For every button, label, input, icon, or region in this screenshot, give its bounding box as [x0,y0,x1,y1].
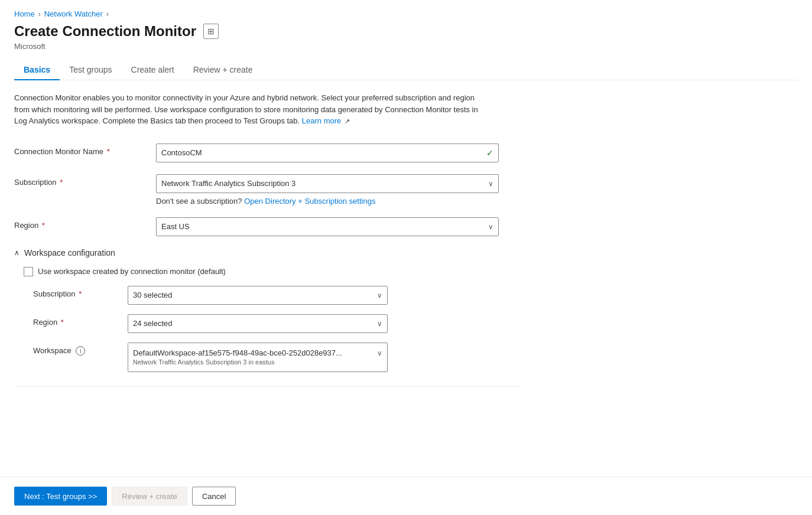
workspace-checkbox-row: Use workspace created by connection moni… [14,267,522,276]
region-row: Region * East US ∨ [14,217,522,236]
description-text: Connection Monitor enables you to monito… [14,92,487,127]
tabs-container: Basics Test groups Create alert Review +… [14,60,798,80]
ws-workspace-arrow: ∨ [377,349,382,357]
review-create-button: Review + create [112,487,187,506]
open-directory-link[interactable]: Open Directory + Subscription settings [244,197,375,206]
ws-region-row: Region * 24 selected ∨ [33,314,522,333]
external-link-icon: ↗ [345,118,350,125]
page-subtitle: Microsoft [14,42,798,51]
breadcrumb-separator-2: › [106,10,109,18]
workspace-form: Subscription * 30 selected ∨ Region * [14,286,522,372]
subscription-link-row: Don't see a subscription? Open Directory… [156,197,499,206]
feedback-button[interactable]: ⊞ [203,24,219,39]
region-dropdown-arrow: ∨ [488,223,493,231]
ws-subscription-value: 30 selected [133,291,173,299]
workspace-info-icon[interactable]: i [76,346,85,356]
ws-workspace-main-value: DefaultWorkspace-af15e575-f948-49ac-bce0… [133,348,342,357]
required-star-sub: * [58,178,63,187]
tab-basics[interactable]: Basics [14,60,60,80]
required-star-ws-sub: * [77,289,82,298]
required-star-ws-region: * [59,318,64,327]
subscription-label: Subscription * [14,174,156,187]
ws-workspace-label: Workspace i [33,343,128,356]
page-container: Home › Network Watcher › Create Connecti… [0,0,812,515]
region-dropdown[interactable]: East US ∨ [156,217,499,236]
tab-review-create[interactable]: Review + create [184,60,262,80]
ws-region-arrow: ∨ [377,320,382,328]
required-star-region: * [40,221,45,230]
connection-monitor-name-wrap: ✓ [156,144,499,162]
tab-test-groups[interactable]: Test groups [60,60,121,80]
cancel-button[interactable]: Cancel [192,487,236,506]
ws-subscription-dropdown[interactable]: 30 selected ∨ [128,286,388,305]
ws-workspace-row: Workspace i DefaultWorkspace-af15e575-f9… [33,343,522,372]
subscription-dropdown[interactable]: Network Traffic Analytics Subscription 3… [156,174,499,193]
ws-workspace-sub-value: Network Traffic Analytics Subscription 3… [133,358,382,366]
workspace-checkbox-label[interactable]: Use workspace created by connection moni… [38,267,226,276]
subscription-link-text: Don't see a subscription? [156,197,242,206]
subscription-wrap: Network Traffic Analytics Subscription 3… [156,174,499,206]
workspace-section-header[interactable]: ∧ Workspace configuration [14,248,522,258]
ws-workspace-wrap: DefaultWorkspace-af15e575-f948-49ac-bce0… [128,343,388,372]
ws-region-dropdown[interactable]: 24 selected ∨ [128,314,388,333]
subscription-dropdown-arrow: ∨ [488,180,493,188]
ws-subscription-wrap: 30 selected ∨ [128,286,388,305]
connection-monitor-name-input[interactable] [161,148,482,157]
breadcrumb-network-watcher[interactable]: Network Watcher [44,9,103,18]
main-content: Home › Network Watcher › Create Connecti… [0,0,812,477]
page-header: Create Connection Monitor ⊞ [14,23,798,40]
page-title: Create Connection Monitor [14,23,196,40]
tab-create-alert[interactable]: Create alert [122,60,184,80]
workspace-section-label: Workspace configuration [24,248,115,258]
region-wrap: East US ∨ [156,217,499,236]
breadcrumb-separator-1: › [38,10,41,18]
collapse-icon: ∧ [14,249,20,257]
ws-region-value: 24 selected [133,319,173,328]
description-body: Connection Monitor enables you to monito… [14,93,478,125]
workspace-config-section: ∧ Workspace configuration Use workspace … [14,248,522,372]
ws-subscription-arrow: ∨ [377,291,382,299]
ws-workspace-inner: DefaultWorkspace-af15e575-f948-49ac-bce0… [133,348,382,357]
learn-more-link[interactable]: Learn more [302,116,341,125]
form-section: Connection Monitor Name * ✓ Subscription… [14,144,522,387]
ws-region-wrap: 24 selected ∨ [128,314,388,333]
breadcrumb: Home › Network Watcher › [14,9,798,18]
ws-workspace-dropdown[interactable]: DefaultWorkspace-af15e575-f948-49ac-bce0… [128,343,388,372]
subscription-value: Network Traffic Analytics Subscription 3 [161,179,295,188]
validation-check-icon: ✓ [486,148,493,158]
section-divider [14,386,522,387]
next-test-groups-button[interactable]: Next : Test groups >> [14,487,107,506]
region-label: Region * [14,217,156,230]
ws-region-label: Region * [33,314,128,327]
connection-monitor-name-input-box[interactable]: ✓ [156,144,499,162]
connection-monitor-name-label: Connection Monitor Name * [14,144,156,156]
ws-subscription-label: Subscription * [33,286,128,298]
workspace-checkbox[interactable] [24,267,33,276]
subscription-row: Subscription * Network Traffic Analytics… [14,174,522,206]
region-value: East US [161,222,190,231]
breadcrumb-home[interactable]: Home [14,9,35,18]
ws-subscription-row: Subscription * 30 selected ∨ [33,286,522,305]
footer: Next : Test groups >> Review + create Ca… [0,477,812,515]
required-star-name: * [105,147,110,156]
connection-monitor-name-row: Connection Monitor Name * ✓ [14,144,522,162]
